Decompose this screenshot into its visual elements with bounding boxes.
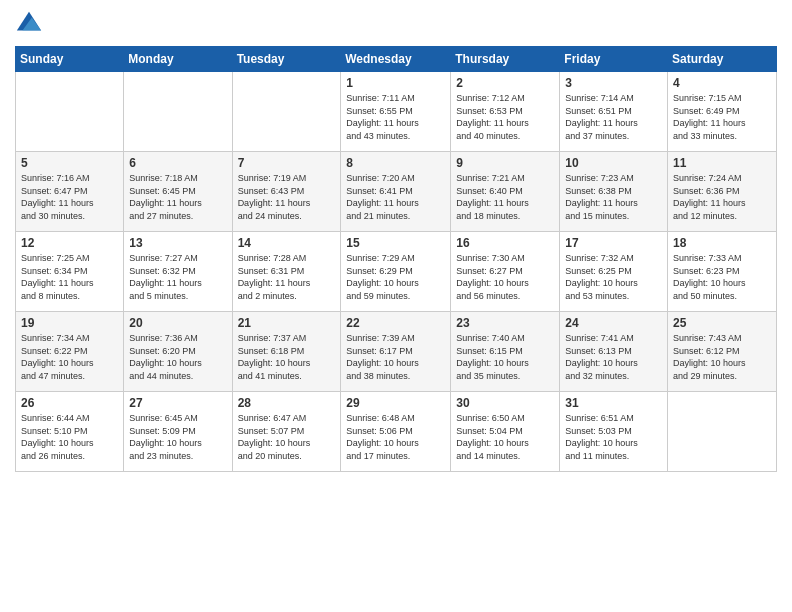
day-number: 24	[565, 316, 662, 330]
calendar-cell: 6Sunrise: 7:18 AM Sunset: 6:45 PM Daylig…	[124, 152, 232, 232]
day-info: Sunrise: 7:33 AM Sunset: 6:23 PM Dayligh…	[673, 252, 771, 302]
day-number: 21	[238, 316, 336, 330]
calendar-cell: 7Sunrise: 7:19 AM Sunset: 6:43 PM Daylig…	[232, 152, 341, 232]
weekday-header-monday: Monday	[124, 47, 232, 72]
weekday-header-wednesday: Wednesday	[341, 47, 451, 72]
calendar-cell: 18Sunrise: 7:33 AM Sunset: 6:23 PM Dayli…	[668, 232, 777, 312]
day-info: Sunrise: 6:45 AM Sunset: 5:09 PM Dayligh…	[129, 412, 226, 462]
day-number: 1	[346, 76, 445, 90]
day-number: 11	[673, 156, 771, 170]
calendar-cell: 20Sunrise: 7:36 AM Sunset: 6:20 PM Dayli…	[124, 312, 232, 392]
day-info: Sunrise: 7:11 AM Sunset: 6:55 PM Dayligh…	[346, 92, 445, 142]
weekday-header-row: SundayMondayTuesdayWednesdayThursdayFrid…	[16, 47, 777, 72]
calendar-cell: 5Sunrise: 7:16 AM Sunset: 6:47 PM Daylig…	[16, 152, 124, 232]
header	[15, 10, 777, 38]
day-number: 18	[673, 236, 771, 250]
logo	[15, 10, 47, 38]
day-number: 31	[565, 396, 662, 410]
day-info: Sunrise: 7:18 AM Sunset: 6:45 PM Dayligh…	[129, 172, 226, 222]
calendar-cell: 30Sunrise: 6:50 AM Sunset: 5:04 PM Dayli…	[451, 392, 560, 472]
day-number: 19	[21, 316, 118, 330]
calendar-cell: 15Sunrise: 7:29 AM Sunset: 6:29 PM Dayli…	[341, 232, 451, 312]
day-number: 26	[21, 396, 118, 410]
day-info: Sunrise: 7:21 AM Sunset: 6:40 PM Dayligh…	[456, 172, 554, 222]
day-info: Sunrise: 7:12 AM Sunset: 6:53 PM Dayligh…	[456, 92, 554, 142]
day-number: 13	[129, 236, 226, 250]
calendar-cell: 27Sunrise: 6:45 AM Sunset: 5:09 PM Dayli…	[124, 392, 232, 472]
calendar-cell: 17Sunrise: 7:32 AM Sunset: 6:25 PM Dayli…	[560, 232, 668, 312]
calendar-cell: 16Sunrise: 7:30 AM Sunset: 6:27 PM Dayli…	[451, 232, 560, 312]
calendar-week-2: 5Sunrise: 7:16 AM Sunset: 6:47 PM Daylig…	[16, 152, 777, 232]
calendar-cell	[668, 392, 777, 472]
day-number: 6	[129, 156, 226, 170]
day-number: 20	[129, 316, 226, 330]
day-number: 29	[346, 396, 445, 410]
day-number: 9	[456, 156, 554, 170]
day-number: 22	[346, 316, 445, 330]
day-info: Sunrise: 7:43 AM Sunset: 6:12 PM Dayligh…	[673, 332, 771, 382]
calendar-cell	[16, 72, 124, 152]
day-number: 8	[346, 156, 445, 170]
calendar-cell: 9Sunrise: 7:21 AM Sunset: 6:40 PM Daylig…	[451, 152, 560, 232]
day-number: 2	[456, 76, 554, 90]
weekday-header-tuesday: Tuesday	[232, 47, 341, 72]
day-number: 4	[673, 76, 771, 90]
day-info: Sunrise: 7:16 AM Sunset: 6:47 PM Dayligh…	[21, 172, 118, 222]
calendar-cell: 28Sunrise: 6:47 AM Sunset: 5:07 PM Dayli…	[232, 392, 341, 472]
calendar-cell: 4Sunrise: 7:15 AM Sunset: 6:49 PM Daylig…	[668, 72, 777, 152]
calendar-cell: 3Sunrise: 7:14 AM Sunset: 6:51 PM Daylig…	[560, 72, 668, 152]
weekday-header-friday: Friday	[560, 47, 668, 72]
calendar-cell: 21Sunrise: 7:37 AM Sunset: 6:18 PM Dayli…	[232, 312, 341, 392]
day-info: Sunrise: 7:37 AM Sunset: 6:18 PM Dayligh…	[238, 332, 336, 382]
calendar-week-5: 26Sunrise: 6:44 AM Sunset: 5:10 PM Dayli…	[16, 392, 777, 472]
calendar-cell: 13Sunrise: 7:27 AM Sunset: 6:32 PM Dayli…	[124, 232, 232, 312]
calendar-cell: 14Sunrise: 7:28 AM Sunset: 6:31 PM Dayli…	[232, 232, 341, 312]
calendar-table: SundayMondayTuesdayWednesdayThursdayFrid…	[15, 46, 777, 472]
weekday-header-thursday: Thursday	[451, 47, 560, 72]
day-number: 17	[565, 236, 662, 250]
day-info: Sunrise: 7:24 AM Sunset: 6:36 PM Dayligh…	[673, 172, 771, 222]
day-number: 12	[21, 236, 118, 250]
day-info: Sunrise: 6:47 AM Sunset: 5:07 PM Dayligh…	[238, 412, 336, 462]
calendar-cell: 26Sunrise: 6:44 AM Sunset: 5:10 PM Dayli…	[16, 392, 124, 472]
day-number: 3	[565, 76, 662, 90]
day-info: Sunrise: 7:14 AM Sunset: 6:51 PM Dayligh…	[565, 92, 662, 142]
calendar-cell: 24Sunrise: 7:41 AM Sunset: 6:13 PM Dayli…	[560, 312, 668, 392]
day-number: 7	[238, 156, 336, 170]
weekday-header-sunday: Sunday	[16, 47, 124, 72]
day-number: 27	[129, 396, 226, 410]
calendar-week-3: 12Sunrise: 7:25 AM Sunset: 6:34 PM Dayli…	[16, 232, 777, 312]
calendar-cell	[124, 72, 232, 152]
calendar-cell: 11Sunrise: 7:24 AM Sunset: 6:36 PM Dayli…	[668, 152, 777, 232]
calendar-cell: 12Sunrise: 7:25 AM Sunset: 6:34 PM Dayli…	[16, 232, 124, 312]
day-info: Sunrise: 7:30 AM Sunset: 6:27 PM Dayligh…	[456, 252, 554, 302]
logo-icon	[15, 10, 43, 38]
day-info: Sunrise: 7:23 AM Sunset: 6:38 PM Dayligh…	[565, 172, 662, 222]
calendar-cell: 23Sunrise: 7:40 AM Sunset: 6:15 PM Dayli…	[451, 312, 560, 392]
calendar-cell: 22Sunrise: 7:39 AM Sunset: 6:17 PM Dayli…	[341, 312, 451, 392]
calendar-cell: 10Sunrise: 7:23 AM Sunset: 6:38 PM Dayli…	[560, 152, 668, 232]
day-number: 30	[456, 396, 554, 410]
day-info: Sunrise: 6:44 AM Sunset: 5:10 PM Dayligh…	[21, 412, 118, 462]
day-info: Sunrise: 7:28 AM Sunset: 6:31 PM Dayligh…	[238, 252, 336, 302]
calendar-cell: 8Sunrise: 7:20 AM Sunset: 6:41 PM Daylig…	[341, 152, 451, 232]
day-info: Sunrise: 6:48 AM Sunset: 5:06 PM Dayligh…	[346, 412, 445, 462]
day-number: 23	[456, 316, 554, 330]
day-info: Sunrise: 7:25 AM Sunset: 6:34 PM Dayligh…	[21, 252, 118, 302]
calendar-cell: 25Sunrise: 7:43 AM Sunset: 6:12 PM Dayli…	[668, 312, 777, 392]
page: SundayMondayTuesdayWednesdayThursdayFrid…	[0, 0, 792, 612]
day-number: 25	[673, 316, 771, 330]
day-info: Sunrise: 7:41 AM Sunset: 6:13 PM Dayligh…	[565, 332, 662, 382]
day-info: Sunrise: 6:51 AM Sunset: 5:03 PM Dayligh…	[565, 412, 662, 462]
day-info: Sunrise: 7:20 AM Sunset: 6:41 PM Dayligh…	[346, 172, 445, 222]
day-number: 28	[238, 396, 336, 410]
day-info: Sunrise: 7:34 AM Sunset: 6:22 PM Dayligh…	[21, 332, 118, 382]
day-info: Sunrise: 7:29 AM Sunset: 6:29 PM Dayligh…	[346, 252, 445, 302]
calendar-cell: 29Sunrise: 6:48 AM Sunset: 5:06 PM Dayli…	[341, 392, 451, 472]
day-number: 14	[238, 236, 336, 250]
day-info: Sunrise: 7:32 AM Sunset: 6:25 PM Dayligh…	[565, 252, 662, 302]
day-info: Sunrise: 7:36 AM Sunset: 6:20 PM Dayligh…	[129, 332, 226, 382]
day-number: 10	[565, 156, 662, 170]
calendar-week-4: 19Sunrise: 7:34 AM Sunset: 6:22 PM Dayli…	[16, 312, 777, 392]
day-number: 16	[456, 236, 554, 250]
